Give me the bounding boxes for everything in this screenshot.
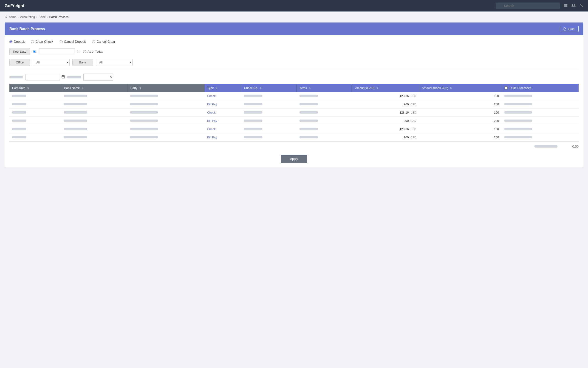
menu-icon[interactable]	[564, 3, 568, 8]
card-body: Deposit Clear Check Cancel Deposit Cance…	[5, 35, 583, 167]
cell-items	[297, 133, 352, 142]
cell-check-no	[241, 117, 297, 125]
th-amount-bank[interactable]: Amount (Bank Cur.) ⇅	[419, 84, 502, 92]
sort-items-icon: ⇅	[309, 87, 311, 89]
th-type[interactable]: Type ⇅	[205, 84, 241, 92]
card-title: Bank Batch Process	[9, 27, 45, 31]
cell-to-be-processed	[502, 117, 579, 125]
radio-deposit[interactable]: Deposit	[9, 40, 25, 43]
filter-calendar-icon[interactable]	[61, 75, 65, 79]
cell-to-be-processed	[502, 133, 579, 142]
bank-label: Bank	[72, 59, 93, 66]
radio-cancel-clear[interactable]: Cancel Clear	[92, 40, 115, 43]
user-icon[interactable]	[579, 3, 583, 8]
sort-bank-name-icon: ⇅	[81, 87, 83, 89]
radio-cancel-deposit[interactable]: Cancel Deposit	[60, 40, 86, 43]
select-all-checkbox[interactable]	[505, 86, 508, 89]
cell-type[interactable]: Bill Pay	[205, 133, 241, 142]
breadcrumb-current: Batch Process	[49, 15, 69, 18]
office-select[interactable]: All	[33, 59, 70, 66]
as-of-today-radio[interactable]	[83, 50, 86, 53]
filter-type-select[interactable]	[83, 74, 113, 81]
cell-party	[127, 133, 205, 142]
cell-party	[127, 117, 205, 125]
excel-button[interactable]: Excel	[560, 26, 579, 32]
cell-items	[297, 109, 352, 117]
cell-amount-cad: 128.16 USD	[352, 109, 419, 117]
breadcrumb-home[interactable]: home	[9, 15, 17, 18]
th-to-be-processed[interactable]: To Be Processed	[502, 84, 579, 92]
cell-post-date	[9, 100, 61, 109]
date-radio[interactable]	[33, 50, 36, 53]
cell-amount-bank: 100	[419, 92, 502, 100]
table-row: Bill Pay 200 CAD 200	[9, 133, 579, 142]
search-input[interactable]	[496, 2, 560, 9]
breadcrumb-accounting[interactable]: Accounting	[20, 15, 35, 18]
data-table: Post Date ⇅ Bank Name ⇅ Party ⇅ Type ⇅	[9, 84, 579, 142]
cell-bank-name	[61, 100, 127, 109]
filter-stub-left	[9, 76, 23, 78]
filter-date-input[interactable]	[26, 74, 60, 81]
svg-rect-10	[62, 76, 64, 78]
bank-select[interactable]: All	[96, 59, 133, 66]
post-date-row: Post Date As of Today	[9, 48, 579, 55]
cell-amount-bank: 100	[419, 109, 502, 117]
as-of-today-label[interactable]: As of Today	[83, 50, 103, 53]
filter-stub-right	[67, 76, 81, 78]
th-amount-cad[interactable]: Amount (CAD) ⇅	[352, 84, 419, 92]
sort-amount-cad-icon: ⇅	[376, 87, 378, 89]
cell-amount-cad: 200 CAD	[352, 117, 419, 125]
cell-check-no	[241, 109, 297, 117]
cell-party	[127, 92, 205, 100]
cell-type[interactable]: Check	[205, 109, 241, 117]
cell-amount-bank: 200	[419, 117, 502, 125]
cell-bank-name	[61, 125, 127, 133]
cell-to-be-processed	[502, 100, 579, 109]
cell-type[interactable]: Check	[205, 125, 241, 133]
cell-type[interactable]: Bill Pay	[205, 100, 241, 109]
sort-party-icon: ⇅	[139, 87, 141, 89]
th-check-no[interactable]: Check No. ⇅	[241, 84, 297, 92]
post-date-input[interactable]	[39, 48, 75, 55]
sort-post-date-icon: ⇅	[27, 87, 29, 89]
table-footer: 0.00	[9, 142, 579, 151]
th-post-date[interactable]: Post Date ⇅	[9, 84, 61, 92]
filter-row	[9, 74, 579, 81]
cell-party	[127, 125, 205, 133]
table-row: Check 128.16 USD 100	[9, 92, 579, 100]
cell-party	[127, 109, 205, 117]
cell-bank-name	[61, 133, 127, 142]
post-date-label: Post Date	[9, 48, 30, 55]
cell-post-date	[9, 92, 61, 100]
sort-type-icon: ⇅	[215, 87, 217, 89]
cell-type[interactable]: Bill Pay	[205, 117, 241, 125]
table-row: Bill Pay 200 CAD 200	[9, 117, 579, 125]
cell-amount-cad: 128.16 USD	[352, 125, 419, 133]
table-row: Bill Pay 200 CAD 200	[9, 100, 579, 109]
search-wrap	[496, 2, 560, 9]
cell-check-no	[241, 92, 297, 100]
notification-icon[interactable]	[571, 3, 576, 8]
breadcrumb-bank[interactable]: Bank	[39, 15, 46, 18]
th-bank-name[interactable]: Bank Name ⇅	[61, 84, 127, 92]
apply-button[interactable]: Apply	[281, 155, 307, 163]
cell-amount-cad: 200 CAD	[352, 100, 419, 109]
cell-bank-name	[61, 109, 127, 117]
radio-clear-check[interactable]: Clear Check	[31, 40, 53, 43]
file-icon	[563, 27, 566, 31]
table-row: Check 128.16 USD 100	[9, 125, 579, 133]
sort-check-no-icon: ⇅	[260, 87, 262, 89]
breadcrumb: home › Accounting › Bank › Batch Process	[0, 11, 588, 22]
app-logo: GoFreight	[5, 3, 24, 8]
cell-items	[297, 92, 352, 100]
cell-party	[127, 100, 205, 109]
footer-total: 0.00	[560, 145, 579, 148]
cell-type[interactable]: Check	[205, 92, 241, 100]
calendar-icon[interactable]	[77, 49, 80, 54]
topnav-right	[28, 2, 583, 9]
th-items[interactable]: Items ⇅	[297, 84, 352, 92]
apply-wrap: Apply	[9, 155, 579, 163]
cell-amount-cad: 128.16 USD	[352, 92, 419, 100]
th-party[interactable]: Party ⇅	[127, 84, 205, 92]
office-bank-row: Office All Bank All	[9, 59, 579, 66]
